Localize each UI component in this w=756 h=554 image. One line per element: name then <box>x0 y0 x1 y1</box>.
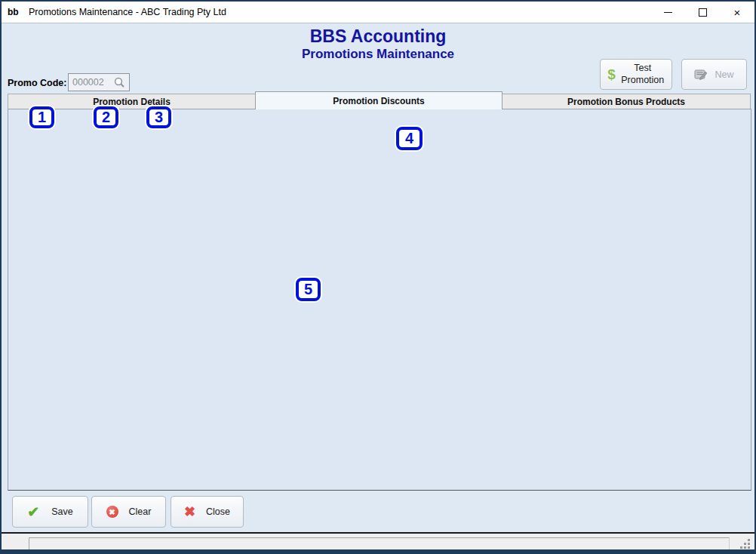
close-form-button[interactable]: ✖ Close <box>171 496 244 528</box>
annotation-badge-2: 2 <box>94 106 118 128</box>
annotation-badge-5: 5 <box>296 278 321 301</box>
resize-grip-icon[interactable] <box>739 538 750 549</box>
tab-promotion-discounts[interactable]: Promotion Discounts <box>255 91 502 109</box>
promotion-discounts-panel <box>8 109 751 491</box>
tab-strip: Promotion Details Promotion Discounts Pr… <box>8 91 751 109</box>
save-button-label: Save <box>51 506 73 517</box>
magnifier-icon[interactable] <box>113 76 125 88</box>
test-promotion-label: Test Promotion <box>621 63 665 86</box>
app-logo-icon: bb <box>8 5 23 19</box>
promo-code-field[interactable] <box>68 73 130 91</box>
status-panel <box>29 537 730 552</box>
clear-button-label: Clear <box>129 506 152 517</box>
annotation-badge-3: 3 <box>146 106 171 128</box>
app-window: bb Promotions Maintenance - ABC Trading … <box>0 0 756 554</box>
close-button[interactable]: × <box>720 2 754 23</box>
clear-stop-icon: ✖ <box>106 506 118 518</box>
new-note-icon <box>694 69 708 81</box>
titlebar: bb Promotions Maintenance - ABC Trading … <box>2 2 754 23</box>
new-button: New <box>681 59 747 90</box>
annotation-badge-1: 1 <box>29 106 54 128</box>
test-promotion-button[interactable]: $ Test Promotion <box>600 59 672 90</box>
new-button-label: New <box>715 69 733 80</box>
save-button[interactable]: ✔ Save <box>12 496 88 528</box>
close-icon: × <box>734 6 741 19</box>
app-title: BBS Accounting <box>2 26 754 47</box>
clear-button[interactable]: ✖ Clear <box>91 496 166 528</box>
annotation-badge-4: 4 <box>396 127 423 150</box>
promo-code-label: Promo Code: <box>8 78 66 88</box>
tab-promotion-bonus-products[interactable]: Promotion Bonus Products <box>502 94 751 109</box>
window-controls: × <box>650 2 754 23</box>
dollar-icon: $ <box>607 66 616 83</box>
maximize-button[interactable] <box>685 2 720 23</box>
minimize-icon <box>664 12 672 13</box>
save-check-icon: ✔ <box>27 503 39 521</box>
maximize-icon <box>699 8 707 17</box>
close-button-label: Close <box>206 506 230 517</box>
status-bar <box>2 532 754 551</box>
window-title: Promotions Maintenance - ABC Trading Pty… <box>29 7 226 17</box>
promo-code-input[interactable] <box>72 77 113 88</box>
minimize-button[interactable] <box>650 2 685 23</box>
close-x-icon: ✖ <box>184 503 195 520</box>
